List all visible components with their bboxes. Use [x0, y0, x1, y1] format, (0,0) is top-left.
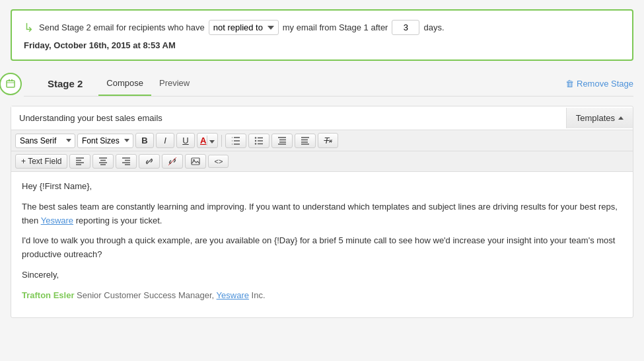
font-color-dropdown-icon [207, 136, 215, 145]
font-color-button[interactable]: A [197, 133, 218, 148]
indent-button[interactable] [271, 134, 293, 148]
svg-rect-1 [9, 79, 10, 81]
condition-suffix: my email from Stage 1 after [283, 22, 388, 32]
italic-button[interactable]: I [156, 133, 174, 148]
toolbar-row-1: Sans Serif Serif Monospace Font Sizes Sm… [11, 130, 633, 151]
clear-format-button[interactable]: Tx [318, 133, 338, 148]
condition-select[interactable]: not replied to replied to opened not ope… [209, 20, 279, 35]
greeting-line: Hey {!First Name}, [22, 180, 622, 194]
font-size-select[interactable]: Font Sizes Small Normal Large [77, 134, 133, 148]
align-center-button[interactable] [92, 154, 114, 169]
align-right-button[interactable] [116, 154, 137, 169]
caret-up-icon [618, 116, 624, 120]
templates-label: Templates [576, 113, 615, 123]
html-button[interactable]: <> [208, 155, 229, 168]
condition-date: Friday, October 16th, 2015 at 8:53 AM [24, 40, 620, 50]
compose-area: Templates Sans Serif Serif Monospace Fon… [11, 106, 633, 318]
stage-icon [0, 73, 22, 95]
signature-name: Trafton Esler [22, 290, 74, 300]
underline-button[interactable]: U [176, 133, 195, 148]
p1-end: reporting is your ticket. [73, 216, 162, 225]
condition-prefix: Send Stage 2 email for recipients who ha… [39, 22, 205, 32]
tab-compose[interactable]: Compose [98, 71, 151, 96]
svg-line-35 [148, 160, 151, 163]
image-button[interactable] [185, 154, 206, 169]
signature-line: Trafton Esler Senior Customer Success Ma… [22, 289, 622, 303]
trash-icon: 🗑 [565, 79, 574, 89]
svg-point-9 [255, 137, 256, 138]
svg-rect-2 [11, 79, 13, 81]
svg-rect-0 [7, 81, 15, 87]
closing-line: Sincerely, [22, 268, 622, 282]
stage-title: Stage 2 [48, 71, 83, 96]
templates-button[interactable]: Templates [566, 108, 633, 128]
text-field-button[interactable]: + Text Field [15, 154, 67, 169]
toolbar-separator-1 [221, 135, 222, 147]
arrow-icon: ↳ [24, 20, 34, 35]
remove-stage-button[interactable]: 🗑 Remove Stage [565, 72, 633, 95]
svg-rect-38 [192, 158, 199, 165]
remove-stage-label: Remove Stage [577, 79, 633, 89]
paragraph2: I'd love to walk you through a quick exa… [22, 234, 622, 262]
condition-row: ↳ Send Stage 2 email for recipients who … [24, 20, 620, 35]
yesware-link-1[interactable]: Yesware [41, 216, 73, 225]
outdent-button[interactable] [295, 134, 316, 148]
stage-header: Stage 2 Compose Preview 🗑 Remove Stage [24, 71, 633, 97]
align-left-button[interactable] [69, 154, 90, 169]
svg-point-11 [255, 140, 256, 141]
toolbar-row-2: + Text Field [11, 151, 633, 172]
days-input[interactable] [392, 20, 419, 35]
subject-input[interactable] [11, 106, 566, 130]
font-color-a-label: A [200, 136, 206, 145]
list-ordered-button[interactable] [225, 134, 246, 148]
subject-row: Templates [11, 106, 633, 130]
bold-button[interactable]: B [135, 133, 154, 148]
svg-point-13 [255, 143, 256, 144]
font-family-select[interactable]: Sans Serif Serif Monospace [15, 134, 75, 148]
tab-preview[interactable]: Preview [151, 71, 197, 96]
list-unordered-button[interactable] [248, 134, 269, 148]
signature-suffix: Inc. [249, 290, 266, 300]
unlink-button[interactable] [162, 154, 183, 169]
link-button[interactable] [139, 154, 160, 169]
condition-days-label: days. [423, 22, 444, 32]
condition-box: ↳ Send Stage 2 email for recipients who … [11, 9, 633, 61]
paragraph1: The best sales team are constantly learn… [22, 200, 622, 228]
signature-title: Senior Customer Success Manager, [77, 290, 216, 300]
signature-company: Yesware [217, 290, 249, 300]
editor-body[interactable]: Hey {!First Name}, The best sales team a… [11, 172, 633, 317]
